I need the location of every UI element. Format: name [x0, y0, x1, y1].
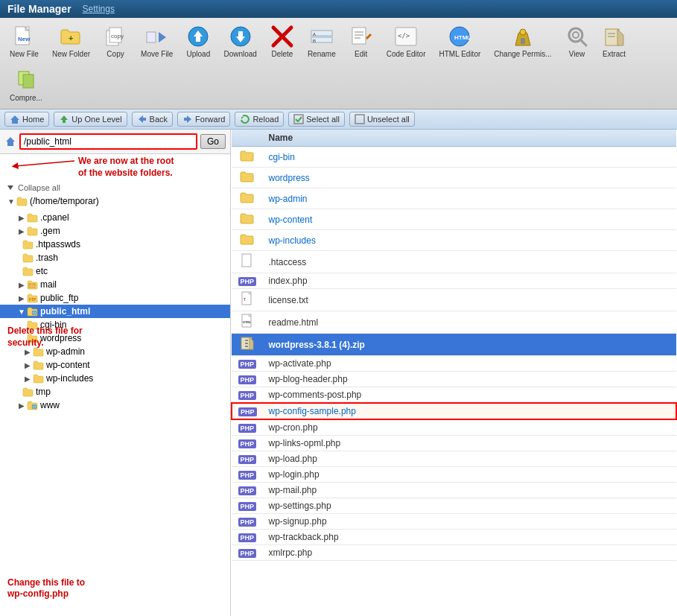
compress-button[interactable]: Compre... [4, 65, 48, 106]
table-row[interactable]: PHPwp-login.php [232, 467, 676, 483]
change-perms-button[interactable]: Change Permis... [489, 21, 556, 62]
tree-item-tmp[interactable]: tmp [0, 385, 230, 399]
download-button[interactable]: Download [218, 21, 261, 62]
delete-button[interactable]: Delete [265, 21, 299, 62]
svg-marker-23 [366, 34, 372, 39]
table-row[interactable]: PHPindex.php [232, 273, 676, 289]
right-panel: Name cgi-binwordpresswp-adminwp-contentw… [231, 130, 677, 616]
file-name-cell[interactable]: wp-signup.php [263, 514, 676, 530]
file-name-cell[interactable]: cgi-bin [263, 147, 676, 168]
file-name-cell[interactable]: wp-links-opml.php [263, 436, 676, 451]
rename-button[interactable]: A B Rename [302, 21, 341, 62]
table-row[interactable]: PHPwp-mail.php [232, 483, 676, 498]
svg-point-32 [573, 32, 579, 38]
select-all-label: Select all [306, 115, 340, 124]
file-name: wp-activate.php [269, 358, 331, 369]
code-editor-button[interactable]: </> Code Editor [381, 21, 431, 62]
file-name-cell[interactable]: wordpress-3.8.1 (4).zip [263, 334, 676, 356]
tree-item-trash[interactable]: .trash [0, 251, 230, 264]
select-all-button[interactable]: Select all [288, 112, 345, 127]
new-folder-button[interactable]: + New Folder [47, 21, 95, 62]
table-row[interactable]: PHPwp-blog-header.php [232, 372, 676, 387]
copy-button[interactable]: copy Copy [98, 21, 133, 62]
file-name-cell[interactable]: index.php [263, 273, 676, 289]
reload-button[interactable]: Reload [235, 112, 284, 127]
file-name-cell[interactable]: license.txt [263, 289, 676, 311]
table-row[interactable]: PHPwp-trackback.php [232, 530, 676, 545]
file-name-cell[interactable]: readme.html [263, 311, 676, 334]
file-tree: ▶ .cpanel ▶ .gem .htpasswds .trash [0, 208, 230, 415]
table-row[interactable]: PHPwp-links-opml.php [232, 436, 676, 451]
table-row[interactable]: PHPwp-config-sample.php [232, 403, 676, 419]
tree-item-wp-admin[interactable]: ▶ wp-admin [0, 345, 230, 358]
table-row[interactable]: wordpress [232, 168, 676, 188]
tree-item-gem[interactable]: ▶ .gem [0, 224, 230, 238]
tree-item-cpanel[interactable]: ▶ .cpanel [0, 211, 230, 224]
file-name: readme.html [269, 317, 319, 328]
new-file-button[interactable]: New New File [4, 21, 44, 62]
move-file-button[interactable]: Move File [136, 21, 178, 62]
table-row[interactable]: PHPwp-signup.php [232, 514, 676, 530]
file-name-cell[interactable]: wp-activate.php [263, 356, 676, 372]
file-name-cell[interactable]: wp-config-sample.php [263, 403, 676, 419]
file-name-cell[interactable]: wp-trackback.php [263, 530, 676, 545]
tree-item-cgi-bin[interactable]: cgi-bin [0, 318, 230, 331]
tree-item-wp-content[interactable]: ▶ wp-content [0, 358, 230, 372]
file-name-cell[interactable]: wp-comments-post.php [263, 387, 676, 404]
svg-line-47 [15, 161, 74, 166]
extract-button[interactable]: Extract [597, 21, 632, 62]
file-name-cell[interactable]: wp-includes [263, 230, 676, 251]
tree-root-item[interactable]: ▼ (/home/temporar) [0, 194, 230, 208]
file-name-cell[interactable]: wp-blog-header.php [263, 372, 676, 387]
change-perms-label: Change Permis... [494, 50, 551, 58]
file-name-cell[interactable]: wp-login.php [263, 467, 676, 483]
table-row[interactable]: PHPwp-load.php [232, 451, 676, 467]
table-row[interactable]: wp-includes [232, 230, 676, 251]
path-input[interactable] [19, 133, 197, 150]
table-row[interactable]: PHPwp-activate.php [232, 356, 676, 372]
file-name-cell[interactable]: wordpress [263, 168, 676, 188]
tree-item-www[interactable]: ▶ www [0, 399, 230, 412]
tree-item-public-html[interactable]: ▼ public_html [0, 305, 230, 318]
table-row[interactable]: .htaccess [232, 251, 676, 273]
file-name-cell[interactable]: .htaccess [263, 251, 676, 273]
table-row[interactable]: Tlicense.txt [232, 289, 676, 311]
settings-link[interactable]: Settings [83, 4, 115, 14]
unselect-all-button[interactable]: Unselect all [349, 112, 415, 127]
table-row[interactable]: PHPwp-comments-post.php [232, 387, 676, 404]
www-label: www [39, 400, 60, 410]
file-name-cell[interactable]: wp-cron.php [263, 419, 676, 436]
file-name-cell[interactable]: wp-load.php [263, 451, 676, 467]
file-name-cell[interactable]: wp-content [263, 209, 676, 230]
table-row[interactable]: wp-content [232, 209, 676, 230]
edit-button[interactable]: Edit [344, 21, 378, 62]
table-row[interactable]: PHPwp-settings.php [232, 498, 676, 514]
tree-item-public-ftp[interactable]: ▶ FTP public_ftp [0, 291, 230, 305]
tree-item-htpasswds[interactable]: .htpasswds [0, 238, 230, 251]
table-row[interactable]: cgi-bin [232, 147, 676, 168]
back-button[interactable]: Back [132, 112, 173, 127]
table-row[interactable]: PHPxmlrpc.php [232, 545, 676, 561]
go-button[interactable]: Go [200, 134, 226, 149]
view-button[interactable]: View [560, 21, 594, 62]
upload-icon [186, 25, 210, 48]
file-name-cell[interactable]: wp-mail.php [263, 483, 676, 498]
file-name-cell[interactable]: xmlrpc.php [263, 545, 676, 561]
tree-item-mail[interactable]: ▶ mail [0, 278, 230, 291]
svg-marker-8 [159, 32, 166, 42]
forward-button[interactable]: Forward [177, 112, 230, 127]
table-row[interactable]: PHPwp-cron.php [232, 419, 676, 436]
html-editor-button[interactable]: HTML HTML Editor [434, 21, 486, 62]
tree-item-etc[interactable]: etc [0, 264, 230, 278]
upload-button[interactable]: Upload [181, 21, 215, 62]
file-name-cell[interactable]: wp-admin [263, 188, 676, 209]
table-row[interactable]: wordpress-3.8.1 (4).zip [232, 334, 676, 356]
table-row[interactable]: HTMLreadme.html [232, 311, 676, 334]
home-button[interactable]: Home [4, 112, 49, 127]
up-one-level-button[interactable]: Up One Level [54, 112, 127, 127]
file-name-cell[interactable]: wp-settings.php [263, 498, 676, 514]
tree-item-wordpress[interactable]: wordpress [0, 331, 230, 345]
table-row[interactable]: wp-admin [232, 188, 676, 209]
tree-item-wp-includes[interactable]: ▶ wp-includes [0, 372, 230, 385]
collapse-all-button[interactable]: Collapse all [0, 181, 230, 194]
